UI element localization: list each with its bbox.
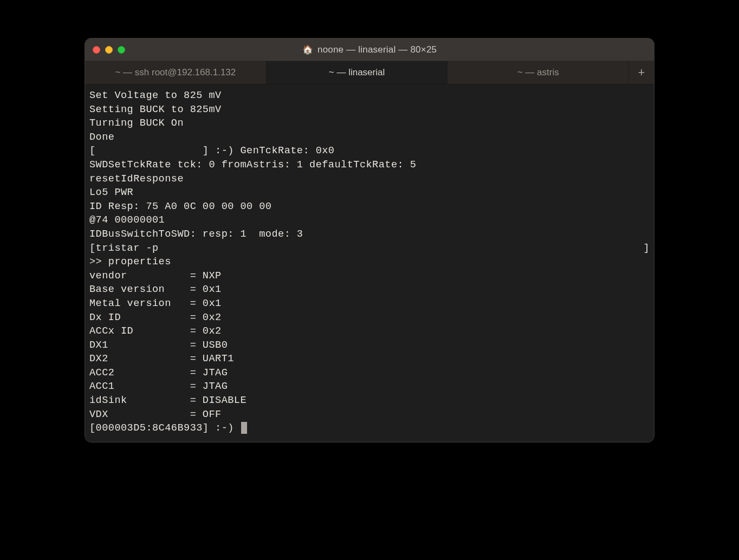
bracket-open: [ [89, 242, 96, 256]
prompt-line: [000003D5:8C46B933] :-) [89, 421, 650, 435]
terminal-line: Setting BUCK to 825mV [89, 103, 650, 117]
stretch-command: tristar -p [96, 242, 644, 256]
close-button[interactable] [93, 46, 100, 54]
new-tab-button[interactable]: + [629, 61, 654, 84]
terminal-line: @74 00000001 [89, 213, 650, 227]
property-row: ACC1 = JTAG [89, 380, 650, 394]
tab-ssh[interactable]: ~ — ssh root@192.168.1.132 [85, 61, 267, 84]
tab-linaserial[interactable]: ~ — linaserial [267, 61, 448, 84]
traffic-lights [93, 46, 125, 54]
titlebar: 🏠 noone — linaserial — 80×25 [85, 38, 654, 61]
window-title-text: noone — linaserial — 80×25 [317, 44, 437, 55]
terminal-line: Done [89, 131, 650, 145]
home-icon: 🏠 [302, 44, 313, 55]
property-row: Dx ID = 0x2 [89, 311, 650, 325]
property-row: DX1 = USB0 [89, 338, 650, 353]
terminal-line: Lo5 PWR [89, 186, 650, 200]
terminal-line: resetIdResponse [89, 172, 650, 186]
tab-bar: ~ — ssh root@192.168.1.132 ~ — linaseria… [85, 61, 654, 84]
property-row: Metal version = 0x1 [89, 297, 650, 311]
terminal-content[interactable]: Set Voltage to 825 mVSetting BUCK to 825… [85, 84, 654, 442]
window-title: 🏠 noone — linaserial — 80×25 [302, 44, 437, 55]
terminal-window: 🏠 noone — linaserial — 80×25 ~ — ssh roo… [85, 38, 654, 442]
property-row: Base version = 0x1 [89, 283, 650, 297]
tab-astris[interactable]: ~ — astris [448, 61, 629, 84]
terminal-line: ID Resp: 75 A0 0C 00 00 00 00 [89, 200, 650, 214]
terminal-line: >> properties [89, 255, 650, 269]
terminal-line-stretch: [tristar -p] [89, 242, 650, 256]
property-row: ACCx ID = 0x2 [89, 324, 650, 338]
property-row: ACC2 = JTAG [89, 366, 650, 380]
terminal-line: IDBusSwitchToSWD: resp: 1 mode: 3 [89, 227, 650, 242]
prompt-text: [000003D5:8C46B933] :-) [89, 422, 240, 434]
terminal-line: Set Voltage to 825 mV [89, 89, 650, 103]
terminal-line: [ ] :-) GenTckRate: 0x0 [89, 144, 650, 158]
property-row: idSink = DISABLE [89, 394, 650, 408]
zoom-button[interactable] [118, 46, 125, 54]
terminal-line: Turning BUCK On [89, 116, 650, 131]
property-row: vendor = NXP [89, 269, 650, 283]
terminal-line: SWDSetTckRate tck: 0 fromAstris: 1 defau… [89, 158, 650, 172]
property-row: DX2 = UART1 [89, 352, 650, 366]
property-row: VDX = OFF [89, 408, 650, 422]
bracket-close: ] [643, 242, 650, 256]
minimize-button[interactable] [105, 46, 113, 54]
cursor-block [241, 422, 247, 434]
